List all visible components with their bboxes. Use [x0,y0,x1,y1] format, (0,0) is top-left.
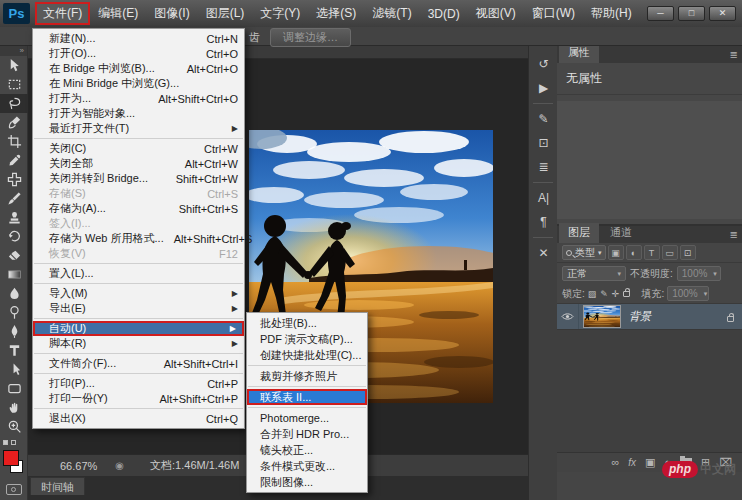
menu-item[interactable]: PDF 演示文稿(P)... [247,331,367,347]
menubar-item-1[interactable]: 文件(F) [35,2,90,25]
menubar-item-7[interactable]: 滤镜(T) [364,2,419,25]
menu-item[interactable]: 脚本(R)▶ [33,336,244,351]
menu-item[interactable]: 镜头校正... [247,442,367,458]
healing-brush-tool[interactable] [0,170,28,189]
menubar-item-9[interactable]: 视图(V) [468,2,524,25]
filter-smartobject-icon[interactable]: ⊡ [680,245,696,260]
history-brush-tool[interactable] [0,227,28,246]
filter-image-icon[interactable]: ▣ [608,245,624,260]
shape-tool[interactable] [0,379,28,398]
tab-channels[interactable]: 通道 [601,223,641,243]
quick-selection-tool[interactable] [0,113,28,132]
menubar-item-2[interactable]: 编辑(E) [90,2,146,25]
crop-tool[interactable] [0,132,28,151]
paragraph-panel-icon[interactable]: ¶ [529,210,558,234]
menu-item[interactable]: 打印(P)...Ctrl+P [33,376,244,391]
layer-name[interactable]: 背景 [629,309,651,324]
menubar-item-8[interactable]: 3D(D) [420,4,468,24]
menubar-item-6[interactable]: 选择(S) [308,2,364,25]
menu-item[interactable]: 存储为 Web 所用格式...Alt+Shift+Ctrl+S [33,231,244,246]
tab-properties[interactable]: 属性 [559,43,599,63]
menu-item[interactable]: 签入(I)... [33,216,244,231]
menubar-item-3[interactable]: 图像(I) [146,2,197,25]
menu-item[interactable]: 关闭全部Alt+Ctrl+W [33,156,244,171]
layer-visibility-eye-icon[interactable] [557,304,579,329]
refine-edge-button[interactable]: 调整边缘… [270,28,351,47]
menu-item[interactable]: 导出(E)▶ [33,301,244,316]
close-button[interactable]: ✕ [709,6,736,21]
maximize-button[interactable]: □ [678,6,705,21]
menu-item[interactable]: 关闭并转到 Bridge...Shift+Ctrl+W [33,171,244,186]
menu-item[interactable]: 置入(L)... [33,266,244,281]
lock-position-icon[interactable]: ✛ [612,289,620,299]
lock-paint-icon[interactable]: ✎ [600,289,608,299]
zoom-tool[interactable] [0,417,28,436]
menu-item[interactable]: 新建(N)...Ctrl+N [33,31,244,46]
clone-source-panel-icon[interactable]: ⊡ [529,131,558,155]
menu-item[interactable]: 打印一份(Y)Alt+Shift+Ctrl+P [33,391,244,406]
menu-item[interactable]: 关闭(C)Ctrl+W [33,141,244,156]
menu-item[interactable]: 打开为智能对象... [33,106,244,121]
menu-item[interactable]: 最近打开文件(T)▶ [33,121,244,136]
menu-item[interactable]: 联系表 II... [247,389,367,405]
filter-shape-icon[interactable]: ▭ [662,245,678,260]
brush-tool[interactable] [0,189,28,208]
eyedropper-tool[interactable] [0,151,28,170]
menu-item[interactable]: 批处理(B)... [247,315,367,331]
menu-item[interactable]: 退出(X)Ctrl+Q [33,411,244,426]
menu-item[interactable]: 合并到 HDR Pro... [247,426,367,442]
opacity-select[interactable]: 100%▾ [677,266,721,281]
actions-panel-icon[interactable]: ▶ [529,76,558,100]
layer-comps-panel-icon[interactable]: ≣ [529,155,558,179]
path-selection-tool[interactable] [0,360,28,379]
menu-item[interactable]: 存储为(A)...Shift+Ctrl+S [33,201,244,216]
menu-item[interactable]: 裁剪并修齐照片 [247,368,367,384]
filter-adjustment-icon[interactable]: ◐ [626,245,642,260]
layer-mask-icon[interactable]: ▣ [645,457,655,468]
fill-select[interactable]: 100%▾ [667,286,709,301]
history-panel-icon[interactable]: ↺ [529,52,558,76]
type-tool[interactable] [0,341,28,360]
quick-mask-icon[interactable] [6,484,22,495]
panel-menu-icon[interactable]: ≣ [730,49,738,60]
link-layers-icon[interactable]: ∞ [611,457,619,468]
blend-mode-select[interactable]: 正常▾ [562,266,626,281]
toolbox-collapse-icon[interactable]: » [0,46,27,56]
menu-item[interactable]: 自动(U)▶ [33,321,244,336]
foreground-color-swatch[interactable] [3,450,19,466]
menu-item[interactable]: 打开(O)...Ctrl+O [33,46,244,61]
layer-filter-kind-select[interactable]: 类型▾ [562,245,606,260]
default-swap-colors-icon[interactable] [0,436,27,448]
menu-item[interactable]: 限制图像... [247,474,367,490]
eraser-tool[interactable] [0,246,28,265]
clone-stamp-tool[interactable] [0,208,28,227]
lock-transparency-icon[interactable]: ▨ [588,289,597,299]
gradient-tool[interactable] [0,265,28,284]
tab-layers[interactable]: 图层 [559,223,599,243]
filter-type-icon[interactable]: T [644,245,660,260]
menubar-item-5[interactable]: 文字(Y) [252,2,308,25]
marquee-tool[interactable] [0,75,28,94]
menubar-item-11[interactable]: 帮助(H) [583,2,640,25]
menu-item[interactable]: 恢复(V)F12 [33,246,244,261]
panel-menu-icon[interactable]: ≣ [730,229,738,240]
menu-item[interactable]: 存储(S)Ctrl+S [33,186,244,201]
menu-item[interactable]: 在 Bridge 中浏览(B)...Alt+Ctrl+O [33,61,244,76]
menu-item[interactable]: 条件模式更改... [247,458,367,474]
zoom-level-field[interactable]: 66.67% [60,460,97,472]
lock-all-icon[interactable] [623,288,630,299]
layer-thumbnail[interactable] [583,305,621,328]
character-panel-icon[interactable]: A| [529,186,558,210]
menu-item[interactable]: 打开为...Alt+Shift+Ctrl+O [33,91,244,106]
minimize-button[interactable]: ─ [647,6,674,21]
smudge-tool[interactable] [0,284,28,303]
lasso-tool[interactable] [0,94,28,113]
menu-item[interactable]: 在 Mini Bridge 中浏览(G)... [33,76,244,91]
hand-tool[interactable] [0,398,28,417]
menu-item[interactable]: Photomerge... [247,410,367,426]
menu-item[interactable]: 文件简介(F)...Alt+Shift+Ctrl+I [33,356,244,371]
layer-row-background[interactable]: 背景 [557,303,742,330]
menubar-item-4[interactable]: 图层(L) [198,2,253,25]
dodge-tool[interactable] [0,303,28,322]
menu-item[interactable]: 导入(M)▶ [33,286,244,301]
